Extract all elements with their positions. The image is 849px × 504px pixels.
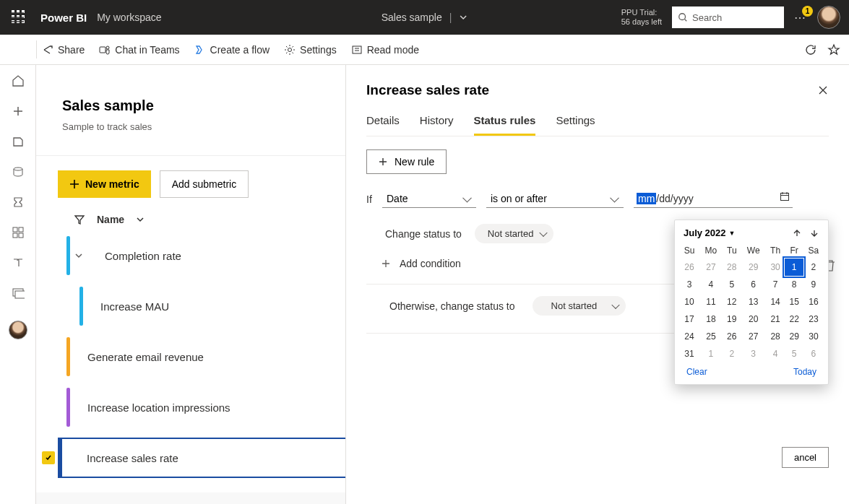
calendar-day[interactable]: 24	[679, 328, 699, 345]
calendar-day[interactable]: 5	[785, 345, 803, 362]
calendar-day[interactable]: 23	[803, 310, 824, 328]
calendar-clear-button[interactable]: Clear	[686, 367, 707, 377]
chevron-down-icon[interactable]	[74, 251, 83, 260]
svg-point-5	[14, 168, 22, 170]
calendar-icon[interactable]	[780, 191, 790, 201]
calendar-day[interactable]: 20	[741, 310, 766, 328]
read-mode-button[interactable]: Read mode	[351, 44, 419, 56]
new-rule-button[interactable]: New rule	[366, 149, 447, 174]
calendar-day[interactable]: 30	[803, 328, 824, 345]
tab-history[interactable]: History	[420, 114, 454, 136]
status-select[interactable]: Not started	[475, 224, 554, 243]
calendar-day[interactable]: 7	[766, 276, 785, 293]
tab-settings[interactable]: Settings	[556, 114, 595, 136]
nav-goals-icon[interactable]	[11, 195, 25, 209]
calendar-day[interactable]: 27	[741, 328, 766, 345]
add-submetric-button[interactable]: Add submetric	[160, 170, 249, 198]
calendar-day[interactable]: 25	[699, 328, 723, 345]
nav-workspaces-icon[interactable]	[11, 286, 25, 300]
nav-data-icon[interactable]	[11, 165, 25, 179]
calendar-day[interactable]: 1	[785, 258, 803, 276]
svg-rect-11	[15, 291, 25, 298]
nav-apps-icon[interactable]	[11, 225, 25, 240]
calendar-day[interactable]: 31	[679, 345, 699, 362]
workspace-avatar[interactable]	[9, 321, 27, 339]
rule-date-input[interactable]: mm/dd/yyyy	[634, 190, 793, 208]
svg-point-2	[106, 46, 109, 49]
nav-create-icon[interactable]	[11, 104, 25, 118]
calendar-day[interactable]: 14	[766, 293, 785, 310]
nav-learn-icon[interactable]	[11, 256, 25, 270]
chevron-down-icon[interactable]	[136, 215, 145, 224]
calendar-day[interactable]: 3	[679, 276, 699, 293]
calendar-day[interactable]: 12	[723, 293, 741, 310]
calendar-day[interactable]: 29	[741, 258, 766, 276]
panel-title: Increase sales rate	[366, 82, 489, 98]
workspace-label[interactable]: My workspace	[97, 12, 161, 23]
plus-icon	[381, 258, 391, 269]
close-button[interactable]	[817, 84, 829, 96]
calendar-day[interactable]: 1	[699, 345, 723, 362]
calendar-day[interactable]: 13	[741, 293, 766, 310]
create-flow-button[interactable]: Create a flow	[194, 44, 270, 56]
calendar-day[interactable]: 26	[723, 328, 741, 345]
refresh-icon[interactable]	[804, 43, 817, 56]
calendar-day[interactable]: 4	[699, 276, 723, 293]
calendar-day[interactable]: 16	[803, 293, 824, 310]
calendar-day[interactable]: 17	[679, 310, 699, 328]
settings-button[interactable]: Settings	[284, 44, 337, 56]
otherwise-status-select[interactable]: Not started	[533, 296, 626, 316]
calendar-day[interactable]: 18	[699, 310, 723, 328]
calendar-day[interactable]: 6	[803, 345, 824, 362]
calendar-day[interactable]: 3	[741, 345, 766, 362]
calendar-day[interactable]: 22	[785, 310, 803, 328]
rule-field-select[interactable]: Date	[382, 190, 476, 208]
hamburger-icon[interactable]	[11, 12, 24, 22]
search-placeholder: Search	[692, 12, 722, 23]
add-condition-button[interactable]: Add condition	[400, 258, 461, 269]
calendar-day[interactable]: 29	[785, 328, 803, 345]
name-header[interactable]: Name	[97, 214, 124, 225]
prev-month-icon[interactable]	[792, 228, 802, 238]
calendar-day[interactable]: 15	[785, 293, 803, 310]
calendar-day[interactable]: 30	[766, 258, 785, 276]
checkbox-icon[interactable]	[42, 451, 55, 464]
new-metric-button[interactable]: New metric	[58, 170, 151, 198]
dropdown-icon: ▼	[729, 230, 736, 237]
page-switcher[interactable]: Sales sample |	[382, 12, 468, 23]
notifications-button[interactable]: ⋯ 1	[794, 11, 807, 25]
calendar-day[interactable]: 8	[785, 276, 803, 293]
calendar-day[interactable]: 5	[723, 276, 741, 293]
filter-icon[interactable]	[74, 214, 85, 225]
calendar-day[interactable]: 19	[723, 310, 741, 328]
tab-status-rules[interactable]: Status rules	[474, 114, 536, 136]
rule-operator-select[interactable]: is on or after	[486, 190, 624, 208]
favorite-icon[interactable]	[827, 43, 840, 56]
calendar-day[interactable]: 11	[699, 293, 723, 310]
calendar-day[interactable]: 26	[679, 258, 699, 276]
calendar-day[interactable]: 2	[803, 258, 824, 276]
calendar-day[interactable]: 9	[803, 276, 824, 293]
calendar-day[interactable]: 21	[766, 310, 785, 328]
chat-teams-button[interactable]: Chat in Teams	[99, 44, 179, 56]
calendar-day[interactable]: 6	[741, 276, 766, 293]
calendar-day[interactable]: 10	[679, 293, 699, 310]
change-status-label: Change status to	[385, 228, 462, 240]
calendar-day[interactable]: 27	[699, 258, 723, 276]
calendar-today-button[interactable]: Today	[793, 367, 816, 377]
calendar-day[interactable]: 28	[723, 258, 741, 276]
if-label: If	[366, 194, 372, 205]
avatar[interactable]	[817, 6, 840, 29]
tab-details[interactable]: Details	[366, 114, 400, 136]
cancel-button[interactable]: ancel	[782, 447, 829, 468]
nav-home-icon[interactable]	[11, 74, 25, 88]
calendar-day[interactable]: 2	[723, 345, 741, 362]
calendar-day[interactable]: 28	[766, 328, 785, 345]
center-title: Sales sample	[382, 12, 442, 23]
share-button[interactable]: Share	[42, 44, 85, 56]
nav-browse-icon[interactable]	[11, 134, 25, 149]
next-month-icon[interactable]	[809, 228, 819, 238]
search-input[interactable]: Search	[672, 6, 784, 28]
calendar-month[interactable]: July 2022	[684, 227, 726, 238]
calendar-day[interactable]: 4	[766, 345, 785, 362]
